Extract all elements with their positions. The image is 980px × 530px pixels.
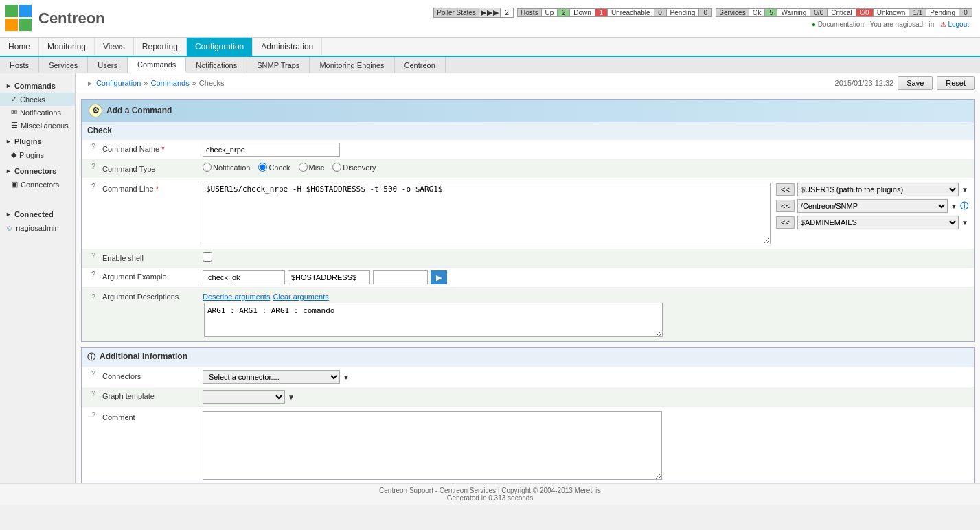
enable-shell-value (203, 252, 968, 262)
sidebar-item-connectors[interactable]: ▣ Connectors (0, 178, 75, 191)
comment-help[interactable]: ? (87, 411, 100, 419)
command-line-textarea[interactable]: $USER1$/check_nrpe -H $HOSTADDRESS$ -t 5… (203, 183, 771, 244)
poller-icon-1[interactable]: ▶ (481, 8, 486, 17)
arg-example-input-2[interactable] (288, 270, 370, 284)
subnav-notifications[interactable]: Notifications (186, 57, 247, 73)
radio-check-label[interactable]: Check (258, 163, 290, 172)
hosts-unreachable-count[interactable]: 0 (654, 9, 667, 16)
radio-misc[interactable] (299, 163, 308, 172)
command-type-help[interactable]: ? (87, 163, 100, 170)
radio-check-text: Check (269, 163, 290, 172)
arg-example-input-3[interactable] (373, 270, 428, 284)
nav-views[interactable]: Views (95, 38, 134, 56)
sidebar-user[interactable]: ☺ nagiosadmin (0, 221, 75, 235)
radio-discovery[interactable] (332, 163, 341, 172)
poller-icons[interactable]: ▶ ▶ ▶ (479, 8, 501, 17)
commands-section: ► Commands ✓ Checks ✉ Notifications ☰ Mi… (0, 79, 75, 132)
subnav-centreon[interactable]: Centreon (395, 57, 446, 73)
nav-reporting[interactable]: Reporting (134, 38, 187, 56)
graph-template-select[interactable] (203, 390, 285, 404)
poller-icon-3[interactable]: ▶ (493, 8, 499, 17)
info-icon[interactable]: ⓘ (960, 200, 968, 212)
plugins-section-title[interactable]: ► Plugins (0, 135, 75, 148)
subnav-monitoring-engines[interactable]: Monitoring Engines (310, 57, 394, 73)
poller-icon-2[interactable]: ▶ (487, 8, 492, 17)
connectors-help[interactable]: ? (87, 370, 100, 378)
argument-descriptions-help[interactable]: ? (87, 293, 100, 301)
resource-insert-btn-2[interactable]: << (776, 200, 795, 212)
radio-notification[interactable] (203, 163, 212, 172)
radio-notification-label[interactable]: Notification (203, 163, 250, 172)
radio-discovery-label[interactable]: Discovery (332, 163, 376, 172)
checks-label: Checks (20, 95, 45, 104)
resource-select-2[interactable]: /Centreon/SNMP (797, 199, 948, 213)
additional-info-section: ⓘ Additional Information ? Connectors Se… (81, 347, 975, 483)
comment-textarea[interactable] (203, 411, 662, 480)
doc-text: Documentation - You are nagiosadmin (818, 21, 935, 28)
miscellaneous-icon: ☰ (11, 121, 18, 130)
commands-section-title[interactable]: ► Commands (0, 79, 75, 93)
services-critical-val[interactable]: 0/0 (856, 9, 874, 16)
services-ok-count[interactable]: 5 (765, 9, 777, 16)
subnav-services[interactable]: Services (39, 57, 88, 73)
enable-shell-checkbox[interactable] (203, 252, 212, 262)
logout-link[interactable]: Logout (948, 21, 969, 28)
logout-icon: ⚠ (940, 21, 946, 28)
enable-shell-help[interactable]: ? (87, 252, 100, 260)
nav-monitoring[interactable]: Monitoring (39, 38, 95, 56)
radio-misc-label[interactable]: Misc (299, 163, 325, 172)
connectors-row: ? Connectors Select a connector.... ▼ (82, 367, 974, 387)
breadcrumb-configuration[interactable]: Configuration (96, 79, 141, 87)
resource-select-3[interactable]: $ADMINEMAILS (797, 216, 959, 229)
services-warning-val[interactable]: 0/0 (810, 9, 828, 16)
argument-example-help[interactable]: ? (87, 270, 100, 278)
command-line-help[interactable]: ? (87, 183, 100, 190)
hosts-down-count[interactable]: 1 (595, 9, 608, 16)
nav-home[interactable]: Home (0, 38, 39, 56)
subnav-commands[interactable]: Commands (128, 57, 186, 73)
subnav-users[interactable]: Users (88, 57, 128, 73)
graph-template-help[interactable]: ? (87, 390, 100, 398)
run-button[interactable]: ▶ (431, 270, 447, 284)
hosts-up-count[interactable]: 2 (558, 9, 570, 16)
arg-example-input-1[interactable] (203, 270, 285, 284)
main-layout: ► Commands ✓ Checks ✉ Notifications ☰ Mi… (0, 73, 980, 483)
hosts-pending-count[interactable]: 0 (699, 9, 711, 16)
connectors-select[interactable]: Select a connector.... (203, 370, 340, 384)
command-name-input[interactable] (203, 143, 340, 157)
radio-check[interactable] (258, 163, 267, 172)
command-name-help[interactable]: ? (87, 143, 100, 150)
command-line-row: ? Command Line $USER1$/check_nrpe -H $HO… (82, 178, 974, 249)
resource-row-2: << /Centreon/SNMP ▼ ⓘ (776, 199, 968, 213)
svg-rect-3 (19, 19, 32, 31)
sidebar-item-plugins[interactable]: ◆ Plugins (0, 148, 75, 161)
describe-arguments-link[interactable]: Describe arguments (203, 292, 270, 301)
resource-insert-btn-1[interactable]: << (776, 183, 795, 196)
services-pending-val[interactable]: 0 (959, 9, 972, 16)
sidebar-item-miscellaneous[interactable]: ☰ Miscellaneous (0, 119, 75, 132)
argument-example-row: ? Argument Example ▶ (82, 268, 974, 288)
connectors-section-title[interactable]: ► Connectors (0, 164, 75, 178)
sidebar-item-notifications[interactable]: ✉ Notifications (0, 106, 75, 119)
arg-desc-textarea[interactable]: ARG1 : ARG1 : ARG1 : comando (204, 303, 663, 337)
command-line-value-wrap: $USER1$/check_nrpe -H $HOSTADDRESS$ -t 5… (203, 183, 968, 246)
services-unknown-val[interactable]: 1/1 (909, 9, 926, 16)
argument-example-value: ▶ (203, 270, 968, 284)
subnav-snmp-traps[interactable]: SNMP Traps (247, 57, 310, 73)
reset-button-top[interactable]: Reset (937, 76, 975, 90)
breadcrumb-commands[interactable]: Commands (150, 79, 189, 87)
hosts-up-label: Up (542, 9, 558, 16)
enable-shell-label: Enable shell (100, 252, 203, 264)
nav-administration[interactable]: Administration (253, 38, 322, 56)
save-button-top[interactable]: Save (898, 76, 933, 90)
subnav-hosts[interactable]: Hosts (0, 57, 39, 73)
nav-configuration[interactable]: Configuration (187, 38, 253, 56)
connected-section: ► Connected ☺ nagiosadmin (0, 207, 75, 235)
clear-arguments-link[interactable]: Clear arguments (273, 292, 328, 301)
sidebar-item-checks[interactable]: ✓ Checks (0, 93, 75, 106)
resource-insert-btn-3[interactable]: << (776, 216, 795, 229)
connected-section-title[interactable]: ► Connected (0, 207, 75, 221)
enable-shell-row: ? Enable shell (82, 249, 974, 268)
username-label: nagiosadmin (16, 224, 58, 232)
resource-select-1[interactable]: $USER1$ (path to the plugins) (797, 183, 959, 196)
